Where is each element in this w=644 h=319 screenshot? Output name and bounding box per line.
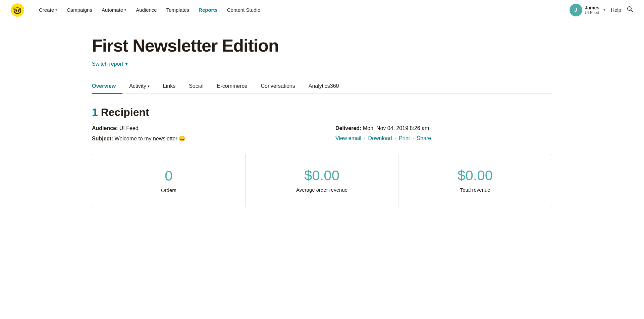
action-links: View email · Download · Print · Share (335, 135, 431, 141)
navbar: Create ▾ Campaigns Automate ▾ Audience T… (0, 0, 644, 20)
navbar-links: Create ▾ Campaigns Automate ▾ Audience T… (35, 4, 570, 15)
search-icon[interactable] (627, 6, 633, 14)
tab-overview[interactable]: Overview (92, 79, 122, 94)
total-revenue-label[interactable]: Total revenue (460, 187, 490, 193)
separator-2: · (395, 135, 396, 141)
total-revenue-value: $0.00 (458, 168, 493, 184)
recipient-count: 1 Recipient (92, 106, 552, 119)
create-chevron-icon: ▾ (55, 8, 57, 12)
stat-orders: 0 Orders (92, 154, 246, 207)
svg-point-6 (18, 9, 19, 10)
avg-revenue-label[interactable]: Average order revenue (296, 187, 347, 193)
user-dropdown-chevron-icon: ▾ (603, 8, 605, 12)
navbar-right: J James UI Feed ▾ Help (570, 4, 633, 16)
subject-info: Subject: Welcome to my newsletter 😄 (92, 135, 322, 142)
stat-avg-revenue: $0.00 Average order revenue (246, 154, 399, 207)
tab-social[interactable]: Social (182, 79, 210, 94)
tab-ecommerce[interactable]: E-commerce (210, 79, 254, 94)
stats-grid: 0 Orders $0.00 Average order revenue $0.… (92, 154, 552, 207)
nav-automate[interactable]: Automate ▾ (98, 4, 130, 15)
nav-templates[interactable]: Templates (162, 4, 193, 15)
stat-total-revenue: $0.00 Total revenue (398, 154, 552, 207)
tab-analytics360[interactable]: Analytics360 (302, 79, 346, 94)
activity-chevron-icon: ▾ (148, 84, 150, 88)
user-info: James UI Feed (585, 5, 600, 15)
tab-links[interactable]: Links (156, 79, 182, 94)
tab-activity[interactable]: Activity ▾ (122, 79, 156, 94)
view-email-link[interactable]: View email (335, 135, 361, 141)
user-name: James (585, 5, 600, 10)
orders-label: Orders (161, 187, 176, 193)
separator-1: · (364, 135, 365, 141)
svg-line-9 (631, 10, 633, 12)
help-link[interactable]: Help (611, 7, 621, 13)
svg-point-5 (16, 9, 17, 10)
recipient-section: 1 Recipient Audience: UI Feed Subject: W… (92, 106, 552, 142)
svg-point-7 (19, 8, 21, 10)
print-link[interactable]: Print (399, 135, 410, 141)
avg-revenue-value: $0.00 (304, 168, 339, 184)
audience-info: Audience: UI Feed (92, 125, 322, 131)
meta-grid: Audience: UI Feed Subject: Welcome to my… (92, 125, 552, 142)
meta-left: Audience: UI Feed Subject: Welcome to my… (92, 125, 322, 142)
user-menu[interactable]: J James UI Feed ▾ (570, 4, 606, 16)
page-content: First Newsletter Edition Switch report ▾… (70, 20, 574, 223)
automate-chevron-icon: ▾ (124, 8, 126, 12)
nav-audience[interactable]: Audience (132, 4, 161, 15)
tab-conversations[interactable]: Conversations (254, 79, 302, 94)
switch-report-button[interactable]: Switch report ▾ (92, 61, 128, 67)
meta-right: Delivered: Mon, Nov 04, 2019 8:26 am Vie… (322, 125, 552, 142)
nav-content-studio[interactable]: Content Studio (223, 4, 264, 15)
logo[interactable] (11, 3, 24, 17)
nav-campaigns[interactable]: Campaigns (63, 4, 96, 15)
orders-value: 0 (165, 168, 172, 184)
share-link[interactable]: Share (417, 135, 431, 141)
nav-reports[interactable]: Reports (195, 4, 222, 15)
switch-report-chevron-icon: ▾ (125, 61, 128, 67)
tabs: Overview Activity ▾ Links Social E-comme… (92, 79, 552, 94)
page-title: First Newsletter Edition (92, 36, 552, 55)
user-feed: UI Feed (585, 10, 600, 15)
separator-3: · (413, 135, 414, 141)
nav-create[interactable]: Create ▾ (35, 4, 61, 15)
delivered-info: Delivered: Mon, Nov 04, 2019 8:26 am (335, 125, 429, 131)
avatar[interactable]: J (570, 4, 582, 16)
download-link[interactable]: Download (368, 135, 392, 141)
